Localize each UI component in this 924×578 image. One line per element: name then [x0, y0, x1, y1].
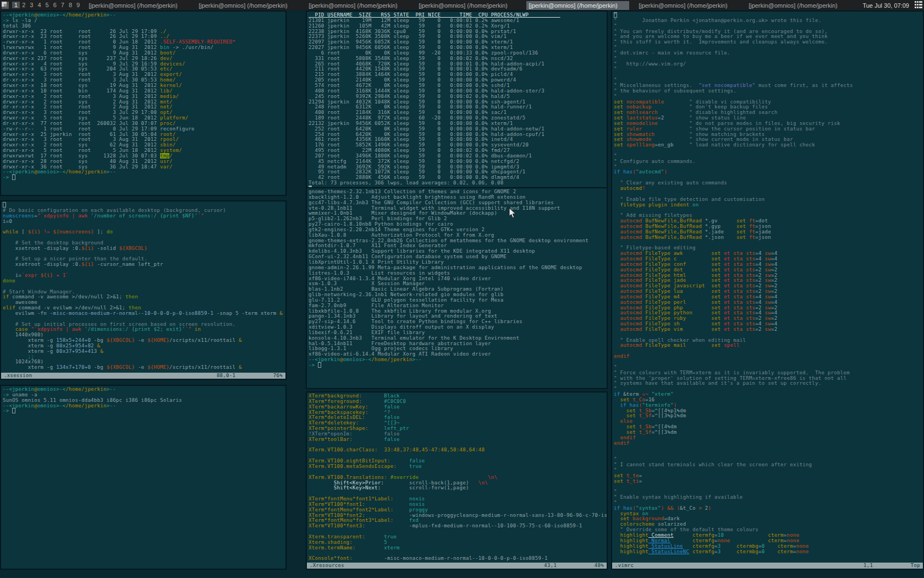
terminal-line: set t_Sf=^[[3%p1%dm: [614, 413, 923, 419]
terminal-line: xsetroot -display :0.${i} -solid ${XBGCO…: [3, 246, 285, 252]
terminal-line: ->: [3, 408, 285, 414]
statusline-filename: .xsession: [4, 373, 32, 379]
terminal-line: --<jperkin@omnios>-</home/jperkin>--: [3, 13, 285, 18]
terminal-line: Xterm.termName: xterm: [309, 546, 607, 551]
terminal-line: set t_ti=: [614, 479, 923, 484]
terminal-line: ->: [309, 363, 607, 368]
terminal-line: autocmd FileType mail set spell: [614, 343, 923, 348]
workspace-tag-1[interactable]: 1: [12, 2, 20, 8]
terminal-line: if &term =~ "xterm": [614, 392, 923, 397]
vim-buffer: XTerm*background: BlackXTerm*foreground:…: [307, 392, 607, 561]
terminal-line: " dot.vimrc - main vim resource file.: [614, 51, 923, 56]
terminal-line: --<jperkin@omnios>-</home/jperkin>--: [3, 170, 285, 175]
terminal-line: -> ls -la /: [3, 18, 285, 24]
terminal-line: " Clear any existing auto commands: [614, 181, 923, 186]
terminal-line: endif: [614, 441, 923, 446]
tasklist-item-7[interactable]: [jperkin@omnios] (/home/jperkin): [746, 1, 849, 10]
taskbar: 123456789 [jperkin@omnios] (/home/jperki…: [0, 0, 924, 10]
tasklist-item-1[interactable]: [jperkin@omnios] (/home/jperkin): [86, 1, 189, 10]
layout-grid-icon[interactable]: [915, 1, 922, 9]
workspace-tag-2[interactable]: 2: [20, 2, 28, 8]
terminal-line: XConsole*font: -misc-monaco-medium-r-nor…: [309, 556, 607, 561]
workspace-tag-7[interactable]: 7: [59, 2, 67, 8]
tasklist-item-2[interactable]: [jperkin@omnios] (/home/jperkin): [196, 1, 299, 10]
workspace-tag-5[interactable]: 5: [43, 2, 51, 8]
terminal-line: i=`expr ${i} + 1`: [3, 273, 285, 279]
terminal-line: ": [614, 468, 923, 473]
terminal-line: autocmd FileType vim set et sta sts=2 sw…: [614, 327, 923, 332]
xterm-window-uname[interactable]: --<jperkin@omnios>-</home/jperkin>---> u…: [0, 385, 287, 570]
terminal-line: filetype plugin indent on: [614, 203, 923, 208]
terminal-line: set t_te=: [614, 473, 923, 479]
terminal-line: [614, 451, 923, 457]
terminal-line: --<jperkin@omnios>-</home/jperkin>--: [309, 357, 607, 363]
terminal-line: XTerm.VT100.charClass: 33:48,37:48,45-47…: [309, 448, 607, 453]
terminal-line: set spelllang=en_gb " load native dictio…: [614, 143, 923, 148]
xterm-window-packages[interactable]: gnome-themes-2.32.1nb13 Collection of th…: [306, 187, 608, 389]
workspace-tag-6[interactable]: 6: [51, 2, 59, 8]
terminal-line: XTerm.VT100.metaSendsEscape: true: [309, 464, 607, 470]
terminal-line: XTerm*VT100*font3: -mplus-fxd-medium-r-n…: [309, 524, 607, 529]
terminal-line: ->: [3, 175, 285, 181]
terminal-line: [614, 446, 923, 452]
workspace-tag-8[interactable]: 8: [67, 2, 74, 8]
terminal-line: " systems have that available and it's a…: [614, 381, 923, 386]
terminal-line: if has("autocmd"): [614, 170, 923, 175]
terminal-line: " I cannot stand terminals which clear t…: [614, 462, 923, 468]
terminal-line: [614, 359, 923, 365]
tasklist-item-5[interactable]: [jperkin@omnios] (/home/jperkin): [526, 1, 629, 10]
terminal-output: --<jperkin@omnios>-</home/jperkin>---> l…: [1, 12, 285, 181]
workspace-tag-4[interactable]: 4: [35, 2, 43, 8]
terminal-output: gnome-themes-2.32.1nb13 Collection of th…: [307, 188, 607, 368]
terminal-line: [614, 348, 923, 354]
vim-buffer: "" Jonathan Perkin <jonathan@perkin.org.…: [612, 12, 923, 554]
terminal-line: ;;: [3, 355, 285, 360]
statusline-ruler: 1,1 Top: [864, 563, 920, 569]
terminal-line: ": [614, 67, 923, 72]
workspace-taglist: 123456789: [12, 0, 82, 10]
terminal-line: Total: 73 processes, 366 lwps, load aver…: [309, 181, 607, 186]
terminal-line: [614, 148, 923, 154]
terminal-line: case "`xdpyinfo | awk '/dimensions:/ {pr…: [3, 327, 285, 332]
xterm-window-ls[interactable]: --<jperkin@omnios>-</home/jperkin>---> l…: [0, 10, 287, 196]
tasklist-item-4[interactable]: [jperkin@omnios] (/home/jperkin): [416, 1, 519, 10]
window-tasklist: [jperkin@omnios] (/home/jperkin)[jperkin…: [86, 1, 856, 10]
terminal-line: autocmd!: [614, 186, 923, 192]
terminal-line: endif: [614, 435, 923, 441]
terminal-line: --<jperkin@omnios>-</home/jperkin>--: [3, 403, 285, 409]
terminal-line: set t_Sf=^[[3%dm: [614, 430, 923, 435]
terminal-line: i=0: [3, 219, 285, 225]
terminal-line: xterm -g 134x7+170+0 -bg ${XBGCOL} -e ${…: [3, 365, 285, 370]
terminal-line: autocmd BufNewFile,BufRead *.json set ft…: [614, 235, 923, 241]
terminal-output: --<jperkin@omnios>-</home/jperkin>---> u…: [1, 386, 285, 414]
terminal-line: [614, 484, 923, 489]
xterm-window-vim-vimrc[interactable]: "" Jonathan Perkin <jonathan@perkin.org.…: [611, 10, 924, 570]
workspace-tag-3[interactable]: 3: [28, 2, 35, 8]
statusline-filename: .vimrc: [615, 563, 634, 569]
workspace-tag-9[interactable]: 9: [74, 2, 82, 8]
terminal-line: evilwm -fn -misc-monaco-medium-r-normal-…: [3, 311, 285, 317]
xterm-window-prstat[interactable]: PID USERNAME SIZE RSS STATE PRI NICE TIM…: [306, 10, 608, 196]
xterm-window-vim-xsession[interactable]: # Do basic configuration on each availab…: [0, 200, 287, 380]
mouse-pointer: [509, 208, 516, 221]
clock: Tue Jul 30, 07:09: [862, 2, 909, 9]
vim-statusline: .Xresources 43,1 48%: [307, 563, 607, 569]
statusline-filename: .Xresources: [310, 563, 344, 569]
xterm-window-vim-xresources[interactable]: XTerm*background: BlackXTerm*foreground:…: [306, 391, 608, 570]
terminal-line: " the behaviour of subsequent settings.: [614, 89, 923, 94]
terminal-output: PID USERNAME SIZE RSS STATE PRI NICE TIM…: [307, 12, 607, 192]
terminal-line: " Enable syntax highlighting if availabl…: [614, 495, 923, 500]
terminal-line: if has("syntax") && (&t_Co > 2): [614, 506, 923, 511]
terminal-line: done: [3, 279, 285, 284]
terminal-line: if command -v awesome >/dev/null 2>&1; t…: [3, 295, 285, 300]
terminal-line: " this stuff is worth it. Improvements a…: [614, 40, 923, 45]
terminal-line: " Jonathan Perkin <jonathan@perkin.org.u…: [614, 18, 923, 24]
awesome-logo-icon[interactable]: [2, 2, 9, 9]
terminal-line: XTerm*toolBar: false: [309, 437, 607, 443]
terminal-line: xsetroot -display :0.${i} -cursor_name l…: [3, 262, 285, 268]
terminal-line: --<jperkin@omnios>-</home/jperkin>--: [3, 387, 285, 392]
tasklist-item-6[interactable]: [jperkin@omnios] (/home/jperkin): [636, 1, 739, 10]
statusline-ruler: 88,0-1 76%: [217, 373, 283, 379]
tasklist-item-3[interactable]: [jperkin@omnios] (/home/jperkin): [306, 1, 409, 10]
terminal-line: endif: [614, 354, 923, 359]
